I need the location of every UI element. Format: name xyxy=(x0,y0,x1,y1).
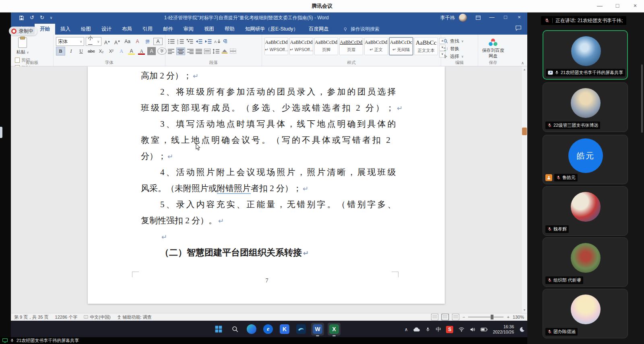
meeting-maximize-button[interactable]: □ xyxy=(609,0,626,12)
clock[interactable]: 16:36 2022/10/26 xyxy=(493,324,514,334)
word-minimize-button[interactable]: — xyxy=(485,12,498,23)
zoom-in-icon[interactable]: + xyxy=(507,315,509,319)
participant-tile[interactable]: 21农经团支书李千祎的屏幕共享 xyxy=(543,30,628,80)
battery-icon[interactable] xyxy=(481,328,487,332)
ime-indicator[interactable]: 中 xyxy=(436,326,441,333)
style-item-正文[interactable]: AaBbCcDdl↵ 正文 xyxy=(364,37,388,55)
align-center-icon[interactable] xyxy=(176,47,185,55)
tell-me-search[interactable]: 操作说明搜索 xyxy=(343,24,380,35)
ribbon-tab-知网研学（原E-Study）[interactable]: 知网研学（原E-Study） xyxy=(240,24,303,35)
italic-button[interactable]: I xyxy=(67,47,75,55)
ribbon-tab-设计[interactable]: 设计 xyxy=(96,24,117,35)
panel-scrollbar[interactable] xyxy=(641,64,643,133)
document-canvas[interactable]: 高加 2 分）；↵2、将班级所有参加活动的团员录入，参加的团员选择班级团支部现有… xyxy=(11,66,527,313)
taskbar-browser-button[interactable]: e xyxy=(262,323,275,336)
word-count[interactable]: 12286 个字 xyxy=(55,314,78,320)
participant-tile[interactable]: 团办陈偲涵 xyxy=(543,289,628,338)
meeting-minimize-button[interactable]: — xyxy=(591,0,609,12)
font-color-button[interactable]: A xyxy=(137,47,146,55)
sort-icon[interactable]: A xyxy=(214,39,221,44)
style-item-页眉[interactable]: AaBbCcDdEe页眉 xyxy=(339,37,363,55)
strikethrough-button[interactable]: abc xyxy=(87,47,95,55)
ribbon-tab-布局[interactable]: 布局 xyxy=(117,24,137,35)
show-marks-icon[interactable] xyxy=(223,39,228,44)
side-panel-handle[interactable] xyxy=(0,127,2,138)
ribbon-tab-审阅[interactable]: 审阅 xyxy=(178,24,199,35)
scrollbar-thumb[interactable] xyxy=(522,128,527,135)
tray-chevron-icon[interactable]: ∧ xyxy=(405,327,408,332)
undo-icon[interactable]: ↺ xyxy=(30,12,34,23)
style-item-页脚[interactable]: AaBbCcDdEe页脚 xyxy=(314,37,338,55)
line-spacing-icon[interactable] xyxy=(213,49,219,54)
replace-button[interactable]: abac 替换 xyxy=(444,46,475,52)
participant-tile[interactable]: 22级管三团支书张博远 xyxy=(543,82,628,132)
account-name[interactable]: 李千祎 xyxy=(440,14,455,21)
zoom-slider-thumb[interactable] xyxy=(491,315,493,319)
character-shading-button[interactable]: A xyxy=(147,47,156,55)
grow-font-button[interactable]: A▲ xyxy=(103,37,111,45)
participant-tile[interactable]: 魏孝辉 xyxy=(543,186,628,236)
ribbon-tab-绘图[interactable]: 绘图 xyxy=(76,24,96,35)
superscript-button[interactable]: X² xyxy=(107,47,116,55)
find-button[interactable]: 查找∨ xyxy=(444,38,475,44)
ribbon-tab-邮件[interactable]: 邮件 xyxy=(158,24,178,35)
qat-dropdown-icon[interactable]: ∨ xyxy=(50,12,53,23)
increase-indent-icon[interactable] xyxy=(205,39,212,44)
language-indicator[interactable]: 中文(中国) xyxy=(84,314,110,320)
align-right-icon[interactable] xyxy=(187,49,194,54)
web-layout-icon[interactable] xyxy=(452,314,459,320)
style-item-正文文本[interactable]: AaBbCc正文文本 xyxy=(414,37,438,55)
decrease-indent-icon[interactable] xyxy=(196,39,203,44)
subscript-button[interactable]: X₂ xyxy=(97,47,105,55)
multilevel-list-icon[interactable] xyxy=(186,39,194,44)
shading-icon[interactable] xyxy=(221,48,228,54)
vertical-scrollbar[interactable]: ▲ ▼ xyxy=(521,66,527,313)
justify-icon[interactable] xyxy=(196,49,202,54)
volume-icon[interactable] xyxy=(470,327,475,332)
scroll-down-icon[interactable]: ▼ xyxy=(522,307,527,313)
align-left-icon[interactable] xyxy=(168,49,174,54)
taskbar-word-button[interactable]: W xyxy=(311,323,324,336)
accessibility-status[interactable]: 辅助功能: 调查 xyxy=(117,314,152,320)
page-indicator[interactable]: 第 9 页，共 35 页 xyxy=(14,314,49,320)
change-case-button[interactable]: Aa xyxy=(123,37,132,45)
borders-icon[interactable] xyxy=(230,48,236,54)
word-close-button[interactable]: × xyxy=(513,12,526,23)
select-button[interactable]: 选择∨ xyxy=(444,54,475,60)
collapse-ribbon-icon[interactable]: ∧ xyxy=(521,61,524,65)
save-icon[interactable] xyxy=(19,15,24,21)
text-effects-button[interactable]: A xyxy=(117,47,126,55)
meeting-close-button[interactable]: × xyxy=(626,0,644,12)
night-mode-icon[interactable] xyxy=(519,327,525,332)
redo-icon[interactable]: ↻ xyxy=(40,12,44,23)
style-item-无间隔[interactable]: AaBbCcDc↵ 无间隔 xyxy=(389,37,413,55)
taskbar-whale-app-button[interactable] xyxy=(295,323,308,336)
font-name-select[interactable]: 宋体∨ xyxy=(56,37,84,46)
numbering-icon[interactable]: 123 xyxy=(177,39,184,44)
highlight-button[interactable]: A xyxy=(127,47,136,55)
participant-tile[interactable]: 皓元鲁皓元 xyxy=(543,135,628,184)
scroll-up-icon[interactable]: ▲ xyxy=(522,66,527,72)
taskbar-edge-button[interactable] xyxy=(245,323,258,336)
clear-format-button[interactable]: A xyxy=(133,37,142,45)
style-item-WPSOff...[interactable]: AaBbCcDd↵ WPSOff... xyxy=(289,37,313,55)
ribbon-tab-百度网盘[interactable]: 百度网盘 xyxy=(303,24,334,35)
account-avatar[interactable] xyxy=(459,14,467,22)
start-button[interactable] xyxy=(212,323,225,336)
zoom-slider[interactable] xyxy=(468,317,504,317)
wifi-icon[interactable] xyxy=(458,327,464,332)
participant-tile[interactable]: 组织部 代昕睿 xyxy=(543,237,628,287)
bullets-icon[interactable] xyxy=(168,39,175,44)
character-border-button[interactable]: A xyxy=(153,38,163,45)
style-item-WPSOff...[interactable]: AaBbCcDd↵ WPSOff... xyxy=(264,37,288,55)
ribbon-tab-视图[interactable]: 视图 xyxy=(199,24,219,35)
taskbar-excel-button[interactable]: X xyxy=(328,323,341,336)
word-restore-button[interactable]: □ xyxy=(499,12,512,23)
underline-button[interactable]: U xyxy=(77,47,85,55)
font-size-select[interactable]: 小一∨ xyxy=(86,37,101,46)
ribbon-display-options-icon[interactable] xyxy=(472,12,485,23)
taskbar-k-app-button[interactable]: K xyxy=(278,323,291,336)
print-layout-icon[interactable] xyxy=(442,314,449,320)
save-to-baidu-button[interactable]: 保存到百度网盘 xyxy=(481,37,506,59)
phonetic-guide-button[interactable]: 拼 xyxy=(143,37,152,45)
